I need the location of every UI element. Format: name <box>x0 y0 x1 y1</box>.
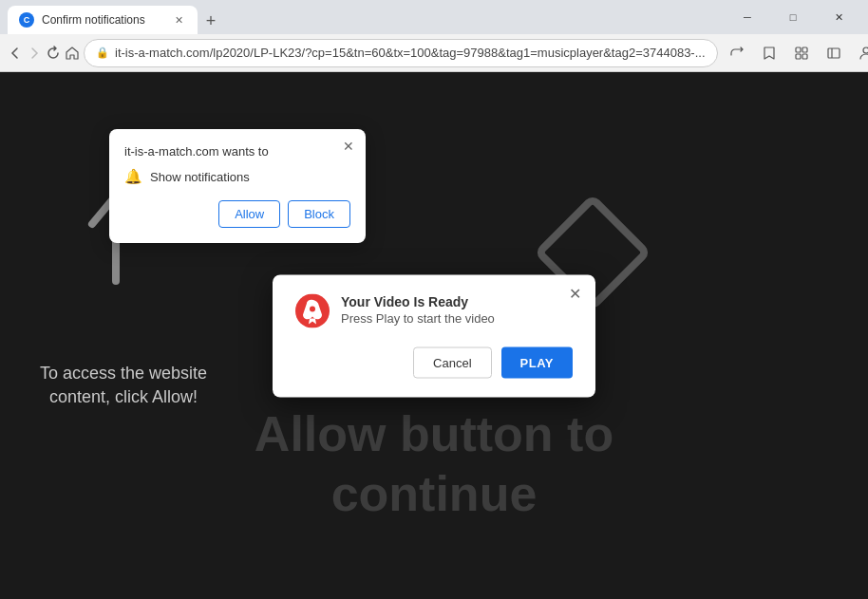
notification-permission-popup: ✕ it-is-a-match.com wants to 🔔 Show noti… <box>109 129 366 243</box>
sidebar-toggle-button[interactable] <box>819 38 849 68</box>
window-controls: ─ □ ✕ <box>726 2 860 32</box>
navigation-bar: 🔒 it-is-a-match.com/lp2020/LP-LK23/?cp=1… <box>0 34 868 72</box>
address-bar[interactable]: 🔒 it-is-a-match.com/lp2020/LP-LK23/?cp=1… <box>84 39 718 67</box>
nav-actions <box>722 38 868 68</box>
page-content: To access the website content, click All… <box>0 72 868 599</box>
page-watermark-text: Allow button to continue <box>197 404 671 523</box>
page-instruction-text: To access the website content, click All… <box>19 362 228 409</box>
video-dialog-header: Your Video Is Ready Press Play to start … <box>295 293 573 328</box>
minimize-button[interactable]: ─ <box>726 2 769 32</box>
close-button[interactable]: ✕ <box>817 2 860 32</box>
video-dialog-close-button[interactable]: ✕ <box>563 282 586 305</box>
active-tab[interactable]: C Confirm notifications ✕ <box>8 6 198 34</box>
refresh-button[interactable] <box>46 38 61 68</box>
address-text: it-is-a-match.com/lp2020/LP-LK23/?cp=15&… <box>115 46 706 60</box>
share-button[interactable] <box>722 38 752 68</box>
svg-rect-2 <box>796 54 801 59</box>
tab-bar: C Confirm notifications ✕ + <box>8 0 722 34</box>
video-dialog-subtitle: Press Play to start the video <box>341 310 495 325</box>
notification-popup-actions: Allow Block <box>124 200 350 228</box>
svg-rect-4 <box>828 48 840 58</box>
svg-point-13 <box>310 306 315 311</box>
notification-permission-text: Show notifications <box>150 170 250 184</box>
title-bar: C Confirm notifications ✕ + ─ □ ✕ <box>0 0 868 34</box>
back-button[interactable] <box>8 38 23 68</box>
tab-title: Confirm notifications <box>42 13 163 27</box>
bookmark-button[interactable] <box>754 38 784 68</box>
cancel-button[interactable]: Cancel <box>413 346 491 378</box>
svg-rect-0 <box>796 47 801 52</box>
bell-icon: 🔔 <box>124 168 142 185</box>
video-ready-dialog: ✕ Your Video Is Ready Press Play to star… <box>273 274 595 397</box>
block-button[interactable]: Block <box>288 200 350 228</box>
notification-popup-title: it-is-a-match.com wants to <box>124 144 350 159</box>
profile-button[interactable] <box>851 38 868 68</box>
video-dialog-actions: Cancel PLAY <box>295 346 573 378</box>
allow-button[interactable]: Allow <box>218 200 280 228</box>
maximize-button[interactable]: □ <box>771 2 815 32</box>
video-dialog-title: Your Video Is Ready <box>341 293 495 309</box>
new-tab-button[interactable]: + <box>198 8 224 34</box>
lock-icon: 🔒 <box>96 47 109 59</box>
video-dialog-text-area: Your Video Is Ready Press Play to start … <box>341 293 495 325</box>
extensions-button[interactable] <box>786 38 817 68</box>
tab-favicon: C <box>19 12 34 28</box>
svg-rect-3 <box>802 54 807 59</box>
play-button[interactable]: PLAY <box>501 346 573 378</box>
forward-button[interactable] <box>27 38 42 68</box>
home-button[interactable] <box>65 38 80 68</box>
notification-popup-item: 🔔 Show notifications <box>124 168 350 185</box>
notification-popup-close-button[interactable]: ✕ <box>339 137 358 156</box>
svg-rect-1 <box>802 47 807 52</box>
tab-close-button[interactable]: ✕ <box>171 12 186 28</box>
video-play-icon <box>295 293 330 328</box>
browser-window: C Confirm notifications ✕ + ─ □ ✕ 🔒 it-i… <box>0 0 868 599</box>
svg-point-6 <box>863 47 868 53</box>
